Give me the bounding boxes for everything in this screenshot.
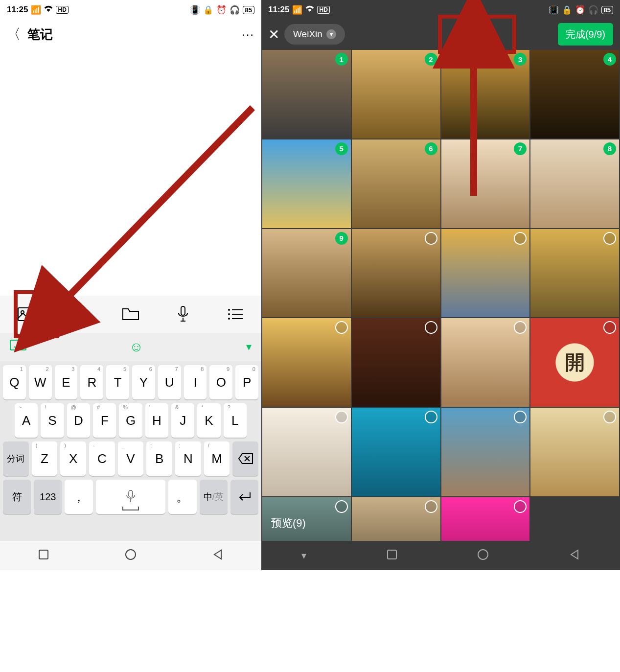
key-G[interactable]: %G (119, 403, 142, 438)
nav-recent-icon[interactable] (387, 549, 397, 562)
photo-cell[interactable]: 9 (262, 229, 351, 318)
key-，[interactable]: ， (65, 480, 92, 514)
key-P[interactable]: 0P (235, 365, 258, 399)
nav-home-icon[interactable] (477, 549, 489, 562)
note-editor[interactable] (0, 49, 261, 294)
key-backspace[interactable] (232, 441, 258, 476)
nav-back-icon[interactable] (569, 549, 580, 562)
photo-cell[interactable] (352, 318, 440, 407)
key-符[interactable]: 符 (3, 480, 31, 514)
key-E[interactable]: 3E (55, 365, 78, 399)
photo-cell[interactable]: 3 (441, 50, 530, 139)
preview-bar[interactable]: 预览(9) (261, 506, 620, 541)
key-分词[interactable]: 分词 (3, 441, 29, 476)
photo-cell[interactable] (262, 408, 351, 496)
microphone-icon[interactable] (174, 305, 192, 323)
key-N[interactable]: ;N (175, 441, 201, 476)
folder-icon[interactable] (122, 305, 139, 323)
key-O[interactable]: 9O (209, 365, 232, 399)
photo-cell[interactable]: 1 (262, 50, 351, 139)
key-lang[interactable]: 中/英 (200, 480, 228, 514)
photo-cell[interactable] (352, 408, 440, 496)
photo-cell[interactable] (441, 229, 530, 318)
key-Z[interactable]: (Z (32, 441, 58, 476)
key-X[interactable]: )X (60, 441, 86, 476)
photo-cell[interactable] (530, 229, 619, 318)
photo-cell[interactable] (530, 408, 619, 496)
photo-cell[interactable] (441, 408, 530, 496)
key-123[interactable]: 123 (34, 480, 62, 514)
selection-circle[interactable] (514, 232, 527, 245)
selection-badge[interactable]: 6 (425, 142, 437, 155)
key-S[interactable]: !S (41, 403, 64, 438)
album-selector[interactable]: WeiXin ▾ (284, 24, 345, 45)
emoji-icon[interactable]: ☺ (129, 339, 143, 355)
key-W[interactable]: 2W (29, 365, 52, 399)
key-B[interactable]: :B (146, 441, 172, 476)
svg-point-6 (229, 314, 230, 315)
selection-circle[interactable] (425, 411, 437, 423)
wifi-icon (44, 5, 53, 15)
picker-header: ✕ WeiXin ▾ 完成(9/9) (261, 20, 620, 49)
key-H[interactable]: 'H (145, 403, 168, 438)
selection-badge[interactable]: 5 (335, 142, 348, 155)
back-icon[interactable]: 〈 (7, 25, 21, 44)
selection-circle[interactable] (425, 232, 437, 245)
svg-point-22 (478, 550, 488, 559)
selection-circle[interactable] (425, 321, 437, 334)
location-icon[interactable] (69, 305, 87, 323)
selection-badge[interactable]: 8 (603, 142, 616, 155)
key-space[interactable] (96, 480, 166, 514)
photo-cell[interactable]: 4 (530, 50, 619, 139)
key-I[interactable]: 8I (184, 365, 207, 399)
photo-cell[interactable] (262, 318, 351, 407)
list-icon[interactable] (227, 305, 244, 323)
selection-badge[interactable]: 1 (335, 53, 348, 66)
selection-circle[interactable] (603, 232, 616, 245)
photo-cell[interactable]: 7 (441, 139, 530, 228)
nav-bar (0, 541, 261, 570)
nav-down-icon[interactable]: ▾ (301, 550, 306, 561)
key-F[interactable]: #F (93, 403, 116, 438)
done-button[interactable]: 完成(9/9) (558, 23, 613, 46)
key-enter[interactable] (230, 480, 258, 514)
selection-circle[interactable] (335, 411, 348, 423)
keyboard-toggle-icon[interactable] (10, 340, 26, 354)
image-icon[interactable] (17, 305, 35, 323)
selection-badge[interactable]: 4 (603, 53, 616, 66)
photo-cell[interactable] (352, 229, 440, 318)
selection-circle[interactable] (335, 321, 348, 334)
key-Q[interactable]: 1Q (3, 365, 26, 399)
selection-badge[interactable]: 7 (514, 142, 527, 155)
selection-circle[interactable] (603, 411, 616, 423)
key-J[interactable]: &J (171, 403, 194, 438)
selection-badge[interactable]: 9 (335, 232, 348, 245)
key-L[interactable]: ?L (224, 403, 247, 438)
key-D[interactable]: @D (67, 403, 90, 438)
photo-cell[interactable]: 6 (352, 139, 440, 228)
photo-cell[interactable]: 2 (352, 50, 440, 139)
key-M[interactable]: /M (204, 441, 230, 476)
signal-icon: 📶 (31, 5, 41, 15)
more-icon[interactable]: ··· (242, 27, 254, 41)
key-V[interactable]: _V (118, 441, 144, 476)
key-R[interactable]: 4R (80, 365, 103, 399)
key-T[interactable]: 5T (106, 365, 129, 399)
photo-cell[interactable]: 8 (530, 139, 619, 228)
nav-home-icon[interactable] (125, 549, 137, 562)
photo-cell[interactable]: 5 (262, 139, 351, 228)
nav-recent-icon[interactable] (38, 549, 49, 562)
key-。[interactable]: 。 (168, 480, 196, 514)
key-Y[interactable]: 6Y (132, 365, 155, 399)
nav-back-icon[interactable] (212, 549, 223, 562)
collapse-keyboard-icon[interactable]: ▾ (246, 341, 252, 353)
svg-point-8 (229, 318, 230, 319)
key-U[interactable]: 7U (158, 365, 181, 399)
key-K[interactable]: *K (197, 403, 220, 438)
photo-cell[interactable]: 開 (530, 318, 619, 407)
key-C[interactable]: -C (89, 441, 115, 476)
photo-cell[interactable] (441, 318, 530, 407)
key-A[interactable]: ~A (15, 403, 38, 438)
close-icon[interactable]: ✕ (268, 26, 279, 43)
selection-badge[interactable]: 2 (425, 53, 437, 66)
